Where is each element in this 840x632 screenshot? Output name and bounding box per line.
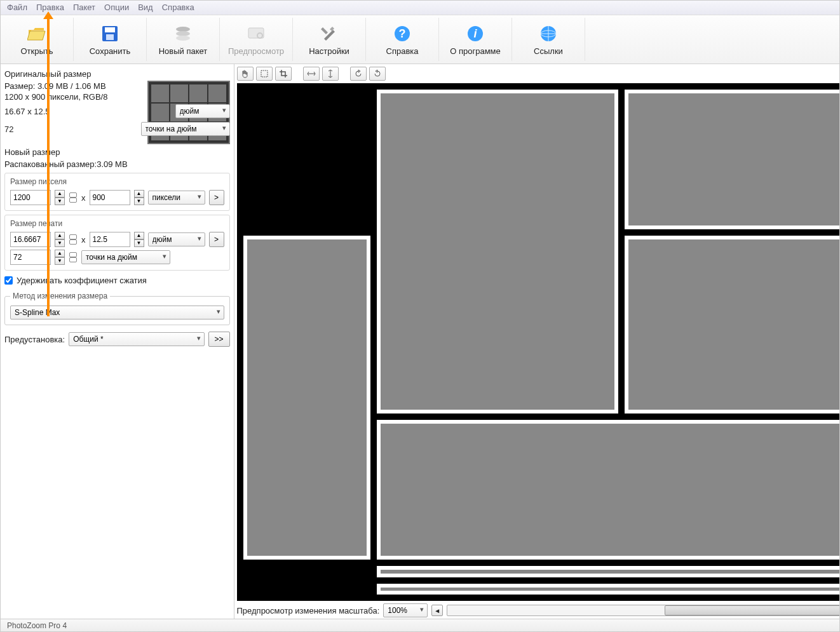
preset-more-button[interactable]: >> [208,332,230,347]
print-height-input[interactable] [90,232,130,247]
keep-ratio-label: Удерживать коэффициент сжатия [17,276,147,285]
pixel-width-input[interactable] [10,190,51,205]
tools-icon [319,24,339,44]
scroll-left-button[interactable]: ◄ [431,605,443,616]
original-unit-select[interactable]: дюйм [175,104,230,118]
help-label: Справка [386,46,419,56]
pixel-height-spinner[interactable]: ▲▼ [134,190,144,205]
left-panel: Оригинальный размер Размер: 3.09 MB / 1.… [1,64,234,619]
resize-method-legend: Метод изменения размера [10,292,110,300]
svg-rect-2 [106,34,114,40]
menu-options[interactable]: Опции [104,3,129,13]
collage-tile [377,584,841,595]
info-icon: i [465,24,485,44]
annotation-arrow [47,18,50,316]
new-size-title: Новый размер [4,145,230,158]
menu-file[interactable]: Файл [7,3,27,13]
svg-point-3 [176,27,190,32]
svg-rect-1 [105,27,115,32]
main-toolbar: Открыть Сохранить Новый пакет Предпросмо… [1,15,839,64]
original-resolution: 72 [4,124,13,134]
original-size-title: Оригинальный размер [4,67,230,80]
collage-tile [377,566,841,577]
pixel-more-button[interactable]: > [209,190,224,205]
pixel-size-label: Размер пикселя [10,177,224,186]
settings-label: Настройки [309,46,349,56]
resize-method-select[interactable]: S-Spline Max [10,306,224,319]
flip-horizontal-button[interactable] [303,67,320,81]
unpacked-size: Распакованный размер:3.09 MB [4,159,230,169]
collage-tile [377,90,618,413]
x-separator-2: x [81,235,86,245]
zoom-label: Предпросмотр изменения масштаба: [237,606,380,615]
rotate-right-button[interactable] [369,67,386,81]
pixel-height-input[interactable] [90,190,130,205]
x-separator: x [81,193,86,203]
save-button[interactable]: Сохранить [74,18,147,61]
original-dims: 16.67 x 12.5 [4,107,50,116]
print-width-input[interactable] [10,232,51,247]
horizontal-scrollbar[interactable] [447,605,840,616]
resolution-spinner[interactable]: ▲▼ [55,250,65,265]
preview-label: Предпросмотр [228,46,284,56]
status-bar: PhotoZoom Pro 4 [1,619,839,632]
hand-tool-button[interactable] [237,67,254,81]
flip-vertical-button[interactable] [322,67,339,81]
resize-method-group: Метод изменения размера S-Spline Max [4,292,230,325]
resolution-input[interactable] [10,250,51,265]
collage-tile [625,90,841,229]
svg-point-5 [176,36,190,41]
menu-batch[interactable]: Пакет [73,3,95,13]
original-dpi-select[interactable]: точки на дюйм [141,122,230,136]
stack-icon [173,24,193,44]
links-button[interactable]: Ссылки [512,18,585,61]
collage-tile [377,420,841,560]
print-size-label: Размер печати [10,219,224,228]
print-more-button[interactable]: > [209,232,224,247]
new-batch-label: Новый пакет [159,46,208,56]
print-height-spinner[interactable]: ▲▼ [134,232,144,247]
pixel-width-spinner[interactable]: ▲▼ [55,190,65,205]
rotate-left-button[interactable] [350,67,367,81]
menubar: Файл Правка Пакет Опции Вид Справка [1,1,839,15]
open-button[interactable]: Открыть [1,18,74,61]
resolution-unit-select[interactable]: точки на дюйм [81,250,170,264]
menu-help[interactable]: Справка [162,3,194,13]
svg-rect-14 [261,71,268,77]
pixel-size-group: Размер пикселя ▲▼ x ▲▼ пиксели > [4,173,230,211]
status-text: PhotoZoom Pro 4 [7,621,67,630]
print-unit-select[interactable]: дюйм [148,232,205,246]
folder-open-icon [27,24,47,44]
crop-tool-button[interactable] [275,67,292,81]
res-lock-icon[interactable] [69,250,78,265]
svg-point-4 [176,31,190,36]
marquee-tool-button[interactable] [256,67,273,81]
collage-tile [243,236,370,560]
keep-ratio-checkbox[interactable] [4,276,13,285]
links-label: Ссылки [534,46,563,56]
help-icon: ? [392,24,412,44]
print-lock-icon[interactable] [69,232,78,247]
globe-icon [538,24,559,44]
save-disk-icon [100,24,120,44]
help-button[interactable]: ? Справка [366,18,439,61]
svg-text:?: ? [399,27,406,40]
aspect-lock-icon[interactable] [69,190,78,205]
zoom-select[interactable]: 100% [383,603,428,617]
preview-button[interactable]: Предпросмотр [220,18,293,61]
preset-select[interactable]: Общий * [69,332,204,346]
about-button[interactable]: i О программе [439,18,512,61]
pixel-unit-select[interactable]: пиксели [148,191,205,205]
magnify-icon [246,24,266,44]
preset-label: Предустановка: [4,335,65,344]
preview-zoom-bar: Предпросмотр изменения масштаба: 100% ◄ … [237,603,841,617]
image-preview[interactable] [237,83,841,601]
menu-view[interactable]: Вид [138,3,153,13]
print-size-group: Размер печати ▲▼ x ▲▼ дюйм > ▲▼ точки на… [4,215,230,271]
save-label: Сохранить [90,46,131,56]
settings-button[interactable]: Настройки [293,18,366,61]
about-label: О программе [450,46,501,56]
new-batch-button[interactable]: Новый пакет [147,18,220,61]
collage-tile [625,236,841,413]
print-width-spinner[interactable]: ▲▼ [55,232,65,247]
